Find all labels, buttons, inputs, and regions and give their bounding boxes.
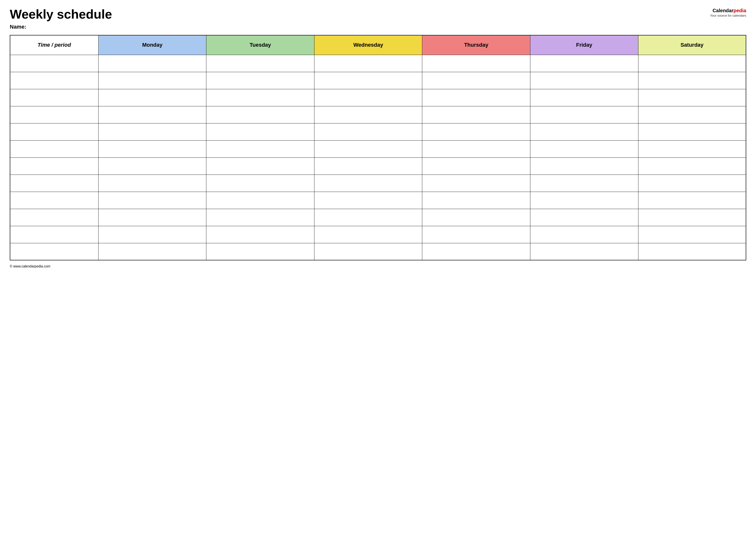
schedule-cell[interactable] [98,106,206,123]
schedule-cell[interactable] [638,72,746,89]
schedule-cell[interactable] [98,192,206,209]
schedule-cell[interactable] [638,55,746,72]
time-cell[interactable] [10,226,98,243]
schedule-cell[interactable] [206,243,314,260]
schedule-cell[interactable] [530,226,638,243]
time-cell[interactable] [10,89,98,106]
schedule-cell[interactable] [422,158,530,175]
schedule-cell[interactable] [314,140,422,158]
schedule-cell[interactable] [422,192,530,209]
time-cell[interactable] [10,192,98,209]
schedule-cell[interactable] [314,209,422,226]
schedule-cell[interactable] [530,243,638,260]
schedule-cell[interactable] [422,106,530,123]
schedule-cell[interactable] [422,55,530,72]
schedule-table: Time / period Monday Tuesday Wednesday T… [10,35,746,260]
header-time: Time / period [10,35,98,55]
schedule-cell[interactable] [98,243,206,260]
schedule-cell[interactable] [98,175,206,192]
schedule-cell[interactable] [314,192,422,209]
schedule-cell[interactable] [206,123,314,140]
schedule-cell[interactable] [314,226,422,243]
schedule-cell[interactable] [638,106,746,123]
schedule-cell[interactable] [206,55,314,72]
schedule-cell[interactable] [314,175,422,192]
time-cell[interactable] [10,175,98,192]
schedule-cell[interactable] [314,123,422,140]
schedule-cell[interactable] [206,175,314,192]
footer-url: © www.calendarpedia.com [10,264,50,268]
schedule-cell[interactable] [422,72,530,89]
schedule-cell[interactable] [206,209,314,226]
table-row [10,140,746,158]
schedule-cell[interactable] [530,89,638,106]
schedule-cell[interactable] [206,158,314,175]
table-row [10,175,746,192]
schedule-cell[interactable] [422,209,530,226]
schedule-cell[interactable] [638,123,746,140]
schedule-cell[interactable] [638,209,746,226]
schedule-cell[interactable] [530,158,638,175]
schedule-cell[interactable] [314,72,422,89]
schedule-cell[interactable] [98,89,206,106]
schedule-cell[interactable] [422,226,530,243]
schedule-cell[interactable] [206,106,314,123]
schedule-cell[interactable] [530,72,638,89]
logo-pedia: pedia [734,8,746,13]
table-row [10,243,746,260]
time-cell[interactable] [10,209,98,226]
schedule-cell[interactable] [98,158,206,175]
schedule-cell[interactable] [638,89,746,106]
schedule-cell[interactable] [314,89,422,106]
logo-calendar: Calendar [712,8,734,13]
time-cell[interactable] [10,55,98,72]
schedule-cell[interactable] [98,226,206,243]
schedule-cell[interactable] [422,123,530,140]
schedule-cell[interactable] [422,175,530,192]
schedule-cell[interactable] [98,140,206,158]
schedule-cell[interactable] [98,72,206,89]
schedule-cell[interactable] [530,123,638,140]
schedule-cell[interactable] [206,140,314,158]
schedule-cell[interactable] [638,140,746,158]
schedule-cell[interactable] [206,89,314,106]
logo-tagline: Your source for calendars [702,14,746,18]
table-row [10,158,746,175]
schedule-cell[interactable] [638,175,746,192]
table-row [10,72,746,89]
schedule-cell[interactable] [638,226,746,243]
header-thursday: Thursday [422,35,530,55]
schedule-cell[interactable] [530,175,638,192]
schedule-cell[interactable] [206,72,314,89]
header-tuesday: Tuesday [206,35,314,55]
schedule-cell[interactable] [422,140,530,158]
time-cell[interactable] [10,140,98,158]
time-cell[interactable] [10,158,98,175]
schedule-cell[interactable] [206,226,314,243]
logo-section: Calendarpedia Your source for calendars [702,7,746,18]
schedule-cell[interactable] [422,89,530,106]
schedule-cell[interactable] [98,209,206,226]
time-cell[interactable] [10,243,98,260]
schedule-cell[interactable] [98,55,206,72]
schedule-cell[interactable] [422,243,530,260]
schedule-cell[interactable] [638,158,746,175]
schedule-cell[interactable] [638,192,746,209]
schedule-cell[interactable] [530,55,638,72]
schedule-cell[interactable] [530,140,638,158]
schedule-cell[interactable] [206,192,314,209]
schedule-cell[interactable] [314,55,422,72]
schedule-cell[interactable] [530,209,638,226]
schedule-cell[interactable] [314,158,422,175]
schedule-cell[interactable] [638,243,746,260]
title-section: Weekly schedule Name: [10,7,702,30]
time-cell[interactable] [10,106,98,123]
time-cell[interactable] [10,123,98,140]
schedule-cell[interactable] [98,123,206,140]
page-header: Weekly schedule Name: Calendarpedia Your… [10,7,746,30]
schedule-cell[interactable] [530,192,638,209]
time-cell[interactable] [10,72,98,89]
schedule-cell[interactable] [314,243,422,260]
schedule-cell[interactable] [314,106,422,123]
schedule-cell[interactable] [530,106,638,123]
